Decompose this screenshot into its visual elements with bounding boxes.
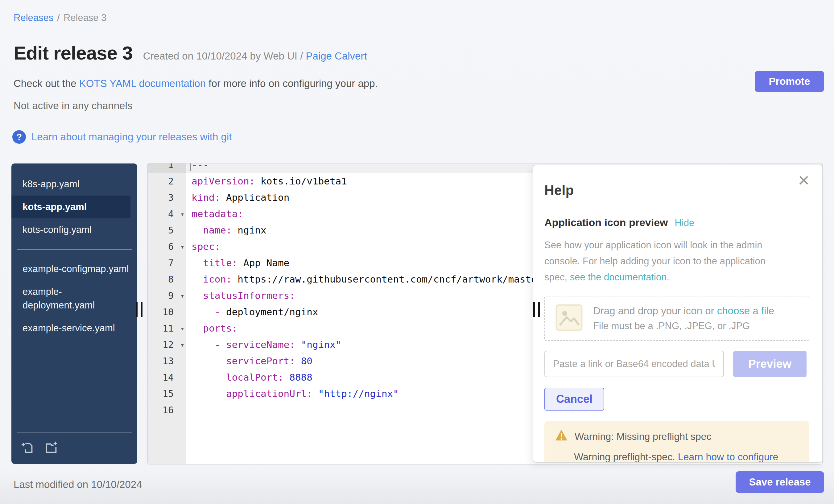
created-meta: Created on 10/10/2024 by Web UI / Paige … <box>143 50 367 62</box>
gutter-line-number: 4▾ <box>148 206 186 222</box>
help-panel: ✕ Help Application icon preview Hide See… <box>533 165 823 463</box>
file-tree-item[interactable]: example-deployment.yaml <box>12 280 137 317</box>
breadcrumb-separator: / <box>57 12 60 23</box>
icon-preview-section-header: Application icon preview Hide <box>544 217 809 228</box>
file-sidebar: k8s-app.yamlkots-app.yamlkots-config.yam… <box>12 163 137 464</box>
icon-preview-title: Application icon preview <box>544 217 668 228</box>
created-meta-text: Created on 10/10/2024 by Web UI / <box>143 50 306 62</box>
gutter-line-number: 14 <box>148 369 186 386</box>
edit-release-page: { "breadcrumb": { "link": "Releases", "s… <box>0 0 834 504</box>
icon-url-row: Preview <box>544 351 809 377</box>
image-placeholder-icon <box>555 304 583 332</box>
icon-preview-description: See how your application icon will look … <box>544 237 785 285</box>
sidebar-actions <box>17 432 132 456</box>
choose-file-link[interactable]: choose a file <box>717 305 774 316</box>
fold-arrow-icon[interactable]: ▾ <box>180 288 184 304</box>
gutter-line-number: 1 <box>148 163 186 173</box>
gutter-line-number: 12▾ <box>148 336 186 353</box>
file-tree-item[interactable]: k8s-app.yaml <box>12 173 137 196</box>
kots-yaml-docs-link[interactable]: KOTS YAML documentation <box>79 78 206 89</box>
save-release-button[interactable]: Save release <box>736 471 824 493</box>
gutter-line-number: 8 <box>148 271 186 287</box>
gutter-line-number: 10 <box>148 304 186 320</box>
cancel-button[interactable]: Cancel <box>544 388 604 411</box>
file-tree-item[interactable]: example-configmap.yaml <box>12 258 137 280</box>
gutter-line-number: 16 <box>148 402 186 418</box>
title-row: Edit release 3 Created on 10/10/2024 by … <box>14 42 367 64</box>
gutter-line-number: 11▾ <box>148 320 186 336</box>
gutter-line-number: 15 <box>148 386 186 402</box>
breadcrumb-current: Release 3 <box>64 12 107 23</box>
new-folder-icon[interactable] <box>44 440 58 456</box>
sidebar-resize-handle[interactable] <box>136 302 142 317</box>
breadcrumb-releases-link[interactable]: Releases <box>14 12 53 23</box>
gutter-line-number: 6▾ <box>148 238 186 255</box>
dropzone-filetypes: File must be a .PNG, .JPEG, or .JPG <box>593 321 774 332</box>
fold-arrow-icon[interactable]: ▾ <box>180 337 184 353</box>
editor-gutter-lines: 1234▾56▾789▾1011▾12▾13141516 <box>148 163 186 418</box>
warning-text: Warning: Missing preflight spec <box>575 431 711 442</box>
help-title: Help <box>544 182 809 198</box>
fold-arrow-icon[interactable]: ▾ <box>180 239 184 255</box>
promote-button[interactable]: Promote <box>755 71 824 92</box>
dropzone-text: Drag and drop your icon or <box>593 305 717 316</box>
dropzone-line1: Drag and drop your icon or choose a file <box>593 305 774 316</box>
last-modified-text: Last modified on 10/10/2024 <box>14 479 142 490</box>
file-tree-divider <box>17 249 132 249</box>
close-icon[interactable]: ✕ <box>797 173 810 188</box>
author-link[interactable]: Paige Calvert <box>306 50 367 62</box>
hide-link[interactable]: Hide <box>675 217 695 228</box>
git-help-row: ? Learn about managing your releases wit… <box>12 130 232 144</box>
channel-status: Not active in any channels <box>14 100 132 112</box>
gutter-line-number: 3 <box>148 190 186 206</box>
git-releases-link[interactable]: Learn about managing your releases with … <box>31 131 232 143</box>
file-tree-item[interactable]: kots-app.yaml <box>12 196 130 218</box>
page-title: Edit release 3 <box>14 42 133 64</box>
file-tree-item[interactable]: example-service.yaml <box>12 317 137 339</box>
fold-arrow-icon[interactable]: ▾ <box>180 206 184 222</box>
docs-text-after: for more info on configuring your app. <box>206 78 378 89</box>
icon-url-input[interactable] <box>544 351 724 377</box>
question-mark-icon: ? <box>12 130 26 144</box>
docs-text-before: Check out the <box>14 78 79 89</box>
warning-detail: Warning preflight-spec. Learn how to con… <box>574 451 799 463</box>
gutter-line-number: 7 <box>148 255 186 271</box>
text-cursor <box>190 163 191 171</box>
gutter-line-number: 2 <box>148 173 186 190</box>
docs-row: Check out the KOTS YAML documentation fo… <box>14 78 378 89</box>
preview-button[interactable]: Preview <box>733 351 807 377</box>
gutter-line-number: 13 <box>148 353 186 369</box>
gutter-line-number: 9▾ <box>148 287 186 304</box>
fold-arrow-icon[interactable]: ▾ <box>180 321 184 337</box>
new-file-icon[interactable] <box>21 440 35 456</box>
gutter-line-number: 5 <box>148 222 186 238</box>
workspace: k8s-app.yamlkots-app.yamlkots-config.yam… <box>12 163 823 464</box>
file-tree-item[interactable]: kots-config.yaml <box>12 218 137 241</box>
warning-detail-text: Warning preflight-spec. <box>574 451 678 462</box>
see-documentation-link[interactable]: see the documentation <box>570 272 667 283</box>
icon-dropzone[interactable]: Drag and drop your icon or choose a file… <box>544 296 809 341</box>
description-text-after: . <box>666 272 669 283</box>
breadcrumb: Releases/Release 3 <box>14 12 106 23</box>
warning-triangle-icon <box>555 429 568 444</box>
preflight-warning-box: Warning: Missing preflight spec Warning … <box>544 421 809 463</box>
help-resize-handle[interactable] <box>533 302 540 317</box>
learn-configure-link[interactable]: Learn how to configure <box>678 451 778 462</box>
file-tree: k8s-app.yamlkots-app.yamlkots-config.yam… <box>12 173 137 432</box>
